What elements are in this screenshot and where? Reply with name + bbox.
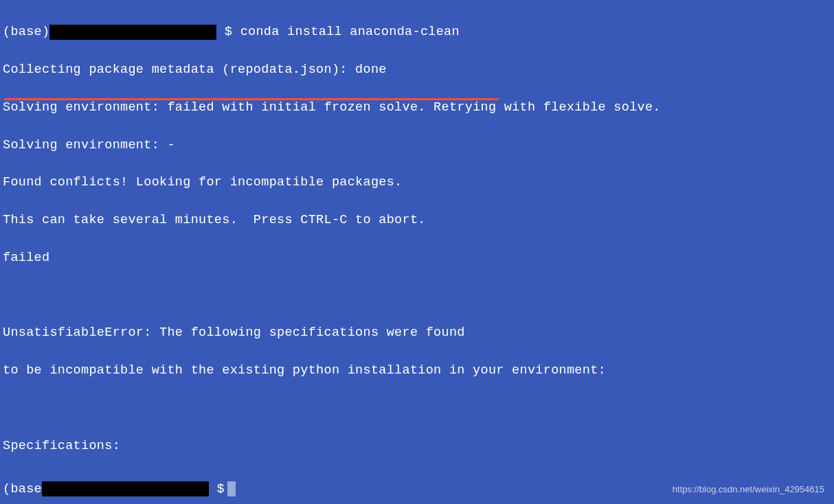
output-line: Solving environment: failed with initial… (3, 98, 831, 117)
env-indicator: (base) (3, 23, 49, 41)
output-line: failed (3, 249, 831, 267)
output-line: to be incompatible with the existing pyt… (3, 361, 831, 380)
command-text: conda install anaconda-clean (240, 23, 460, 41)
output-line: Collecting package metadata (repodata.js… (3, 60, 831, 79)
terminal-output[interactable]: (base) $ conda install anaconda-clean Co… (3, 4, 831, 504)
highlight-underline (4, 98, 499, 100)
prompt-line-1: (base) $ conda install anaconda-clean (3, 23, 831, 41)
output-line: Solving environment: - (3, 136, 831, 154)
redacted-username-host (42, 481, 209, 496)
output-line-blank (3, 399, 831, 417)
output-line: UnsatisfiableError: The following specif… (3, 323, 831, 342)
prompt-symbol: $ (225, 23, 232, 41)
terminal-cursor (227, 481, 236, 496)
prompt-line-2[interactable]: (base $ (3, 480, 236, 499)
output-line-conflicts: Found conflicts! Looking for incompatibl… (3, 173, 831, 192)
env-indicator: (base (3, 480, 42, 499)
output-line: Specifications: (3, 437, 831, 455)
output-line: This can take several minutes. Press CTR… (3, 211, 831, 229)
prompt-symbol: $ (216, 480, 224, 499)
output-line-blank (3, 286, 831, 305)
watermark-text: https://blog.csdn.net/weixin_42954615 (673, 483, 824, 496)
redacted-username-host (49, 25, 216, 40)
